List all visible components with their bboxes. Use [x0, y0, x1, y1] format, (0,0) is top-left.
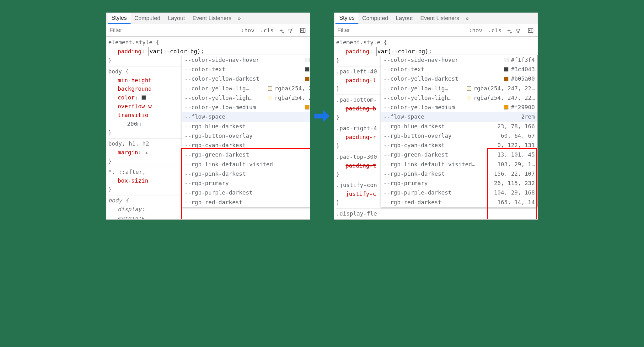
property-padding[interactable]: padding: [118, 48, 142, 55]
prop-margin[interactable]: margin: [118, 149, 138, 156]
prop-transition[interactable]: transitio: [118, 112, 148, 118]
autocomplete-item[interactable]: --rgb-green-darkest: [182, 150, 310, 159]
sidebar-toggle-icon[interactable]: [526, 27, 536, 34]
autocomplete-item[interactable]: --color-yellow-darkest#b05a00: [182, 74, 310, 83]
autocomplete-item[interactable]: --color-yellow-ligh…rgba(254, 247, 22…: [381, 93, 537, 103]
autocomplete-item[interactable]: --color-text#3c4043: [381, 65, 537, 74]
paint-flash-icon[interactable]: [514, 27, 524, 34]
expand-icon[interactable]: [146, 152, 148, 155]
tab-event-listeners[interactable]: Event Listeners: [189, 13, 235, 24]
hover-toggle[interactable]: :hov: [239, 26, 256, 34]
styles-toolbar: :hov .cls +: [334, 24, 538, 37]
selector-pad-bottom[interactable]: .pad-bottom-: [336, 96, 377, 103]
autocomplete-item[interactable]: --rgb-green-darkest13, 101, 45: [381, 150, 537, 159]
styles-rules-area: element.style { padding: var(--color-bg)…: [334, 37, 538, 219]
selector-display-flex[interactable]: .display-fle: [336, 210, 377, 217]
autocomplete-item[interactable]: --rgb-pink-darkest156, 22, 107: [381, 169, 537, 179]
selector-justify[interactable]: .justify-con: [336, 182, 377, 188]
autocomplete-item[interactable]: --color-yellow-lig…rgba(254, 247, 22…: [182, 84, 310, 93]
prop-justify-content[interactable]: justify-c: [346, 190, 376, 197]
styles-tabbar: Styles Computed Layout Event Listeners »: [106, 13, 310, 24]
autocomplete-item[interactable]: --color-yellow-darkest#b05a00: [381, 74, 537, 83]
autocomplete-item[interactable]: --color-text#3c4043: [182, 65, 310, 74]
class-toggle[interactable]: .cls: [486, 26, 503, 34]
autocomplete-item[interactable]: --rgb-purple-darkest: [182, 188, 310, 197]
autocomplete-item[interactable]: --rgb-primary26, 115, 232: [381, 179, 537, 188]
autocomplete-item[interactable]: --rgb-cyan-darkest: [182, 141, 310, 150]
selector-pad-left[interactable]: .pad-left-40: [336, 68, 377, 75]
autocomplete-item[interactable]: --color-side-nav-hover#f1f3f4: [381, 55, 537, 65]
tab-event-listeners[interactable]: Event Listeners: [416, 13, 463, 24]
autocomplete-item[interactable]: --color-side-nav-hover#f1f3f4: [182, 55, 310, 65]
prop-padding-right[interactable]: padding-r: [346, 134, 376, 140]
autocomplete-item[interactable]: --rgb-link-default-visited: [182, 160, 310, 169]
arrow-icon: [313, 107, 331, 125]
selector-body-ua[interactable]: body {: [108, 197, 129, 204]
autocomplete-item[interactable]: --rgb-red-darkest165, 14, 14: [381, 198, 537, 207]
autocomplete-item[interactable]: --rgb-purple-darkest104, 29, 168: [381, 188, 537, 197]
prop-padding-bottom[interactable]: padding-b: [346, 105, 376, 112]
autocomplete-item[interactable]: --rgb-button-overlay: [182, 131, 310, 141]
tabs-overflow-icon[interactable]: »: [235, 13, 243, 24]
autocomplete-item[interactable]: --rgb-pink-darkest: [182, 169, 310, 179]
styles-filter-input[interactable]: [106, 25, 237, 35]
paint-flash-icon[interactable]: [286, 27, 296, 34]
prop-color[interactable]: color: [118, 94, 135, 101]
tab-styles[interactable]: Styles: [335, 13, 358, 24]
autocomplete-item[interactable]: --flow-space2rem: [381, 112, 537, 121]
prop-box-sizing[interactable]: box-sizin: [118, 177, 148, 184]
new-rule-button[interactable]: +: [277, 26, 284, 34]
selector-body[interactable]: body {: [108, 68, 129, 75]
autocomplete-item[interactable]: --rgb-blue-darkest23, 78, 166: [381, 122, 537, 131]
autocomplete-item[interactable]: --rgb-cyan-darkest0, 122, 131: [381, 141, 537, 150]
tab-layout[interactable]: Layout: [392, 13, 416, 24]
tab-computed[interactable]: Computed: [131, 13, 164, 24]
tab-computed[interactable]: Computed: [358, 13, 392, 24]
prop-background[interactable]: background: [118, 85, 152, 92]
prop-min-height[interactable]: min-height: [118, 77, 152, 83]
autocomplete-item[interactable]: --rgb-button-overlay60, 64, 67: [381, 131, 537, 141]
prop-margin-ua[interactable]: margin:: [108, 214, 308, 219]
new-rule-button[interactable]: +: [505, 26, 512, 34]
autocomplete-item[interactable]: --flow-space: [182, 112, 310, 121]
css-var-autocomplete[interactable]: --color-side-nav-hover#f1f3f4--color-tex…: [182, 55, 310, 207]
autocomplete-item[interactable]: --color-yellow-ligh…rgba(254, 247, 22…: [182, 93, 310, 103]
autocomplete-item[interactable]: --color-yellow-medium#f29900: [381, 103, 537, 112]
prop-padding-top[interactable]: padding-t: [346, 162, 376, 169]
prop-padding-left[interactable]: padding-l: [346, 77, 376, 83]
selector-universal[interactable]: *, ::after,: [108, 168, 146, 175]
transition-tail: 200m: [127, 120, 141, 127]
styles-filter-input[interactable]: [334, 25, 465, 35]
autocomplete-item[interactable]: --rgb-blue-darkest: [182, 122, 310, 131]
autocomplete-item[interactable]: --color-yellow-medium#f29900: [182, 103, 310, 112]
selector-body-headings[interactable]: body, h1, h2: [108, 140, 149, 147]
autocomplete-item[interactable]: --color-yellow-lig…rgba(254, 247, 22…: [381, 84, 537, 93]
styles-tabbar: Styles Computed Layout Event Listeners »: [334, 13, 538, 24]
styles-rules-area: element.style { padding: var(--color-bg)…: [106, 37, 310, 219]
autocomplete-item[interactable]: --rgb-primary: [182, 179, 310, 188]
prop-overflow[interactable]: overflow-w: [118, 103, 152, 109]
sidebar-toggle-icon[interactable]: [298, 27, 308, 34]
tabs-overflow-icon[interactable]: »: [463, 13, 471, 24]
selector-pad-top[interactable]: .pad-top-300: [336, 153, 377, 160]
selector-pad-right[interactable]: .pad-right-4: [336, 125, 377, 131]
class-toggle[interactable]: .cls: [258, 26, 276, 34]
element-style-selector: element.style {: [108, 39, 159, 45]
autocomplete-item[interactable]: --rgb-link-default-visited…103, 29, 1…: [381, 160, 537, 169]
css-var-autocomplete[interactable]: --color-side-nav-hover#f1f3f4--color-tex…: [381, 55, 538, 207]
autocomplete-item[interactable]: --rgb-red-darkest: [182, 198, 310, 207]
styles-toolbar: :hov .cls +: [106, 24, 310, 37]
hover-toggle[interactable]: :hov: [467, 26, 484, 34]
property-padding[interactable]: padding: [346, 48, 369, 55]
devtools-panel-before: Styles Computed Layout Event Listeners »…: [106, 13, 310, 220]
devtools-panel-after: Styles Computed Layout Event Listeners »…: [334, 13, 538, 220]
tab-styles[interactable]: Styles: [108, 13, 131, 24]
tab-layout[interactable]: Layout: [164, 13, 189, 24]
brace-close: }: [108, 57, 112, 64]
